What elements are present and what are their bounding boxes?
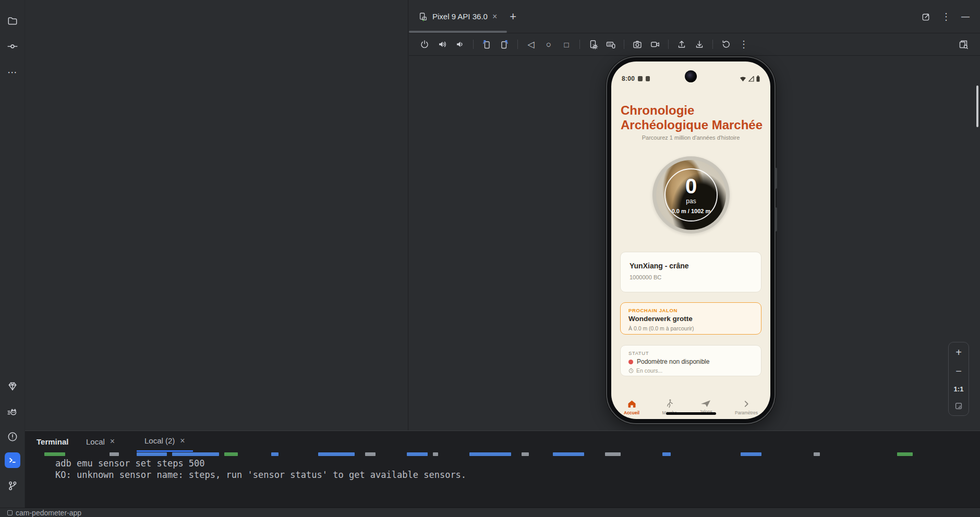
viewport-scrollbar[interactable] (976, 85, 978, 127)
screenshot-button[interactable] (630, 37, 645, 52)
terminal-icon[interactable] (5, 452, 20, 468)
hide-panel-icon[interactable]: — (961, 13, 970, 21)
step-progress-ring: 0 pas 0.0 m / 1002 m (652, 156, 730, 233)
phone-power-button (775, 207, 777, 231)
project-panel (25, 0, 408, 430)
gesture-navigation-bar[interactable] (666, 412, 716, 415)
artifact-title: YunXiang - crâne (630, 262, 689, 270)
rotate-right-button[interactable] (497, 37, 512, 52)
fit-screen-icon[interactable] (954, 401, 963, 411)
phone-clock: 8:00 (622, 75, 635, 82)
terminal-tab-local-2[interactable]: Local (2) × (137, 431, 193, 452)
milestone-detail: À 0.0 m (0.0 m à parcourir) (628, 325, 694, 331)
emulator-toolbar: ◁ ○ □ ⋮ (409, 33, 980, 56)
tab-scrollbar[interactable] (409, 31, 507, 33)
android-home-button[interactable]: ○ (541, 37, 556, 52)
status-message: Podomètre non disponible (637, 358, 709, 365)
error-dot-icon (628, 360, 633, 364)
milestone-label: PROCHAIN JALON (628, 307, 677, 313)
step-unit: pas (686, 198, 696, 205)
wifi-icon (740, 76, 746, 82)
commit-icon[interactable] (5, 39, 20, 54)
terminal-panel: Terminal Local × Local (2) × adb emu sen… (25, 430, 980, 508)
phone-volume-button (775, 168, 777, 189)
project-status-icon (7, 510, 13, 515)
nav-home[interactable]: Accueil (624, 397, 639, 419)
android-back-button[interactable]: ◁ (524, 37, 538, 52)
status-sub: En cours... (636, 367, 662, 374)
pending-clock-icon (628, 368, 634, 373)
send-icon (700, 399, 711, 408)
terminal-tab-local[interactable]: Local × (86, 431, 115, 452)
artifact-photo: 0 pas 0.0 m / 1002 m (656, 160, 726, 230)
hardware-input-button[interactable] (603, 37, 618, 52)
cellular-icon (748, 76, 754, 82)
close-tab-icon[interactable]: × (180, 436, 185, 446)
bottom-navigation: Accueil Marche Jalons Paramètres (611, 397, 770, 419)
nav-walk[interactable]: Marche (662, 397, 677, 419)
panel-options-icon[interactable]: ⋮ (941, 12, 951, 21)
download-button[interactable] (692, 37, 707, 52)
power-button[interactable] (417, 37, 432, 52)
status-card[interactable]: STATUT Podomètre non disponible En cours… (620, 345, 761, 376)
new-tab-button[interactable]: + (510, 10, 516, 23)
close-tab-icon[interactable]: × (492, 12, 497, 21)
device-mirroring-icon[interactable] (956, 37, 971, 52)
phone-screen: 8:00 Chronologie Archéologique Marchée P… (611, 61, 770, 419)
open-in-window-icon[interactable] (921, 12, 931, 22)
status-label: STATUT (628, 350, 649, 356)
nav-settings[interactable]: Paramètres (735, 397, 758, 419)
nav-milestones[interactable]: Jalons (699, 397, 712, 419)
distance-progress: 0.0 m / 1002 m (672, 208, 711, 214)
zoom-actual-button[interactable]: 1:1 (954, 385, 964, 393)
more-tool-windows-icon[interactable]: ⋯ (5, 64, 20, 80)
zoom-controls: + − 1:1 (948, 342, 969, 416)
chevron-right-icon (742, 399, 751, 409)
artifact-period: 1000000 BC (630, 274, 661, 280)
project-folder-icon[interactable] (5, 13, 20, 29)
upload-button[interactable] (674, 37, 689, 52)
volume-up-button[interactable] (435, 37, 450, 52)
terminal-panel-title[interactable]: Terminal (37, 431, 68, 452)
record-screen-button[interactable] (648, 37, 662, 52)
rotate-left-button[interactable] (479, 37, 494, 52)
home-icon (626, 399, 637, 409)
notification-icon (646, 76, 650, 81)
artifact-card[interactable]: YunXiang - crâne 1000000 BC (620, 252, 761, 292)
zoom-in-button[interactable]: + (955, 347, 962, 358)
app-subtitle: Parcourez 1 million d'années d'histoire (611, 134, 770, 141)
project-name[interactable]: cam-pedometer-app (16, 509, 81, 517)
battery-icon (756, 76, 760, 82)
terminal-tab-bar: Terminal Local × Local (2) × (25, 431, 980, 452)
problems-icon[interactable] (5, 429, 20, 445)
milestone-name: Wonderwerk grotte (628, 315, 693, 323)
terminal-line: adb emu sensor set steps 500 (55, 458, 205, 469)
snapshot-reset-button[interactable] (719, 37, 733, 52)
close-tab-icon[interactable]: × (110, 437, 115, 446)
volume-down-button[interactable] (453, 37, 467, 52)
milestone-card[interactable]: PROCHAIN JALON Wonderwerk grotte À 0.0 m… (620, 302, 761, 335)
toolbar-more-icon[interactable]: ⋮ (736, 37, 751, 52)
walking-icon (665, 399, 674, 409)
zoom-out-button[interactable]: − (955, 366, 962, 376)
device-tab-icon (418, 12, 428, 21)
android-overview-button[interactable]: □ (559, 37, 574, 52)
tool-window-sidebar: ⋯ (0, 0, 25, 508)
git-branch-icon[interactable] (5, 478, 20, 494)
ide-status-bar: cam-pedometer-app (0, 508, 980, 517)
app-title: Chronologie Archéologique Marchée (621, 103, 763, 132)
emulator-tab-row: Pixel 9 API 36.0 × + ⋮ — (409, 0, 980, 33)
notification-icon (638, 76, 643, 81)
camera-punch-hole (685, 70, 697, 82)
gems-icon[interactable] (5, 378, 20, 394)
terminal-line: KO: unknown sensor name: steps, run 'sen… (55, 470, 466, 480)
step-count: 0 (685, 176, 697, 196)
device-settings-button[interactable] (586, 37, 600, 52)
logcat-icon[interactable] (5, 405, 20, 421)
emulator-tab-label: Pixel 9 API 36.0 (432, 12, 488, 21)
emulator-device-tab[interactable]: Pixel 9 API 36.0 × (409, 0, 504, 33)
